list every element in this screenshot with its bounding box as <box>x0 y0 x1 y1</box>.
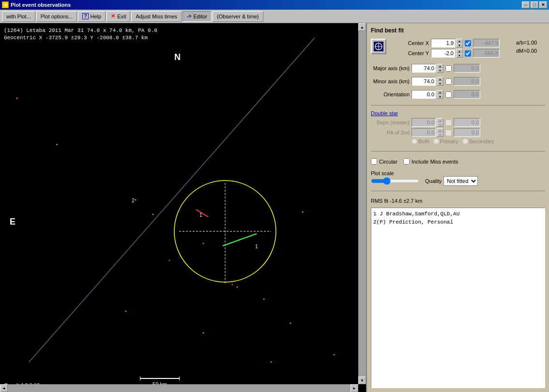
pa2nd-input[interactable] <box>412 128 436 137</box>
orientation-spinner: ▲ ▼ <box>412 90 443 99</box>
pa2nd-check-value[interactable] <box>454 128 480 137</box>
pa2nd-up[interactable]: ▲ <box>437 128 443 133</box>
center-x-check-value[interactable] <box>473 39 500 47</box>
scroll-down-button[interactable]: ▼ <box>358 377 366 384</box>
find-best-fit-title: Find best fit <box>371 27 545 34</box>
include-miss-item: Include Miss events <box>403 158 458 165</box>
scroll-h-track[interactable] <box>8 384 351 392</box>
orientation-checkbox[interactable] <box>445 91 452 98</box>
center-y-up[interactable]: ▲ <box>456 49 463 53</box>
quality-select[interactable]: Not fitted <box>443 176 478 186</box>
plot-n-label: N <box>174 52 181 62</box>
minor-axis-down[interactable]: ▼ <box>437 81 443 86</box>
maximize-button[interactable]: □ <box>531 1 538 8</box>
center-y-checkbox[interactable] <box>465 50 471 57</box>
center-x-down[interactable]: ▼ <box>456 43 463 47</box>
major-axis-down[interactable]: ▼ <box>437 68 443 73</box>
center-y-spinner: ▲ ▼ <box>431 49 463 58</box>
scroll-right-button[interactable]: ► <box>351 384 358 392</box>
menu-help-label: Help <box>91 14 102 19</box>
center-x-up[interactable]: ▲ <box>456 39 463 43</box>
center-x-input[interactable] <box>431 39 455 47</box>
svg-line-0 <box>29 38 315 362</box>
svg-point-18 <box>271 362 272 363</box>
circular-item: Circular <box>371 158 397 165</box>
svg-text:*: * <box>56 143 58 148</box>
menu-with-plot[interactable]: with Plot... <box>2 11 35 22</box>
major-axis-spinner-btns: ▲ ▼ <box>437 64 443 73</box>
divider-2 <box>371 151 545 151</box>
radio-primary-item: Primary <box>433 138 458 144</box>
svg-point-20 <box>125 311 127 312</box>
radio-both[interactable] <box>412 138 417 144</box>
double-star-label[interactable]: Double star <box>371 110 398 116</box>
center-x-checkbox[interactable] <box>465 40 471 46</box>
center-y-check-group <box>465 49 500 58</box>
center-y-check-value[interactable] <box>473 49 500 58</box>
major-axis-check-value[interactable] <box>454 64 480 73</box>
sepn-input[interactable] <box>412 118 436 127</box>
scroll-v-track[interactable] <box>358 31 366 377</box>
scroll-up-button[interactable]: ▲ <box>358 23 366 31</box>
scroll-left-button[interactable]: ◄ <box>0 384 8 392</box>
editor-arrow-icon: -> <box>187 14 191 19</box>
menu-editor[interactable]: -> Editor <box>183 11 212 22</box>
orientation-check-value[interactable] <box>454 90 480 99</box>
orientation-down[interactable]: ▼ <box>437 94 443 99</box>
major-axis-input[interactable] <box>412 64 436 73</box>
major-axis-up[interactable]: ▲ <box>437 64 443 68</box>
center-y-input[interactable] <box>431 49 455 58</box>
result-item-2: 2(P) Prediction, Personal <box>373 218 543 226</box>
sepn-spinner: ▲ ▼ <box>412 118 443 127</box>
svg-point-11 <box>203 243 204 244</box>
svg-point-14 <box>290 323 291 324</box>
menu-observer-time[interactable]: {Observer & time} <box>213 11 263 22</box>
menu-exit-label: Exit <box>117 14 126 19</box>
ab-ratio-label: a/b=1.00 <box>516 39 545 47</box>
exit-icon: ✕ <box>111 13 115 19</box>
svg-point-17 <box>334 354 335 356</box>
title-bar: ★ Plot event observations ─ □ ✕ <box>0 0 549 10</box>
center-y-down[interactable]: ▼ <box>456 53 463 58</box>
sepn-check-value[interactable] <box>454 118 480 127</box>
svg-text:2: 2 <box>132 198 135 203</box>
orientation-spinner-btns: ▲ ▼ <box>437 90 443 99</box>
sepn-checkbox[interactable] <box>445 120 452 126</box>
pa2nd-spinner-btns: ▲ ▼ <box>437 128 443 137</box>
minor-axis-checkbox[interactable] <box>445 78 452 85</box>
minor-axis-input[interactable] <box>412 77 436 86</box>
svg-point-13 <box>263 299 265 300</box>
svg-point-16 <box>169 260 170 261</box>
pa2nd-checkbox[interactable] <box>445 130 452 136</box>
orientation-up[interactable]: ▲ <box>437 90 443 94</box>
major-axis-label: Major axis (km) <box>371 65 410 71</box>
orientation-check-group <box>445 90 480 99</box>
major-axis-checkbox[interactable] <box>445 65 452 72</box>
orientation-input[interactable] <box>412 90 436 99</box>
menu-help[interactable]: ? Help <box>78 11 106 22</box>
sepn-down[interactable]: ▼ <box>437 122 443 127</box>
sepn-up[interactable]: ▲ <box>437 118 443 122</box>
minor-axis-up[interactable]: ▲ <box>437 77 443 81</box>
menu-plot-options-label: Plot options... <box>41 14 73 19</box>
menu-plot-options[interactable]: Plot options... <box>36 11 77 22</box>
minimize-button[interactable]: ─ <box>522 1 530 8</box>
pa2nd-down[interactable]: ▼ <box>437 133 443 137</box>
radio-secondary[interactable] <box>462 138 468 144</box>
minor-axis-row: Minor axis (km) ▲ ▼ <box>371 77 545 86</box>
circular-checkbox[interactable] <box>371 158 377 165</box>
svg-point-19 <box>203 332 204 334</box>
close-button[interactable]: ✕ <box>539 1 547 8</box>
plot-scale-slider[interactable] <box>371 177 419 185</box>
menu-exit[interactable]: ✕ Exit <box>107 11 130 22</box>
radio-primary-label: Primary <box>440 138 458 144</box>
minor-axis-check-value[interactable] <box>454 77 480 86</box>
find-best-fit-button[interactable] <box>371 39 386 54</box>
dm-ratio-label: dM=0.00 <box>516 47 545 55</box>
radio-group: Both Primary Secondary <box>412 138 545 144</box>
menu-adjust-miss[interactable]: Adjust Miss times <box>131 11 182 22</box>
radio-primary[interactable] <box>433 138 439 144</box>
include-miss-checkbox[interactable] <box>403 158 410 165</box>
center-x-spinner-btns: ▲ ▼ <box>456 39 463 47</box>
svg-point-9 <box>135 199 137 201</box>
